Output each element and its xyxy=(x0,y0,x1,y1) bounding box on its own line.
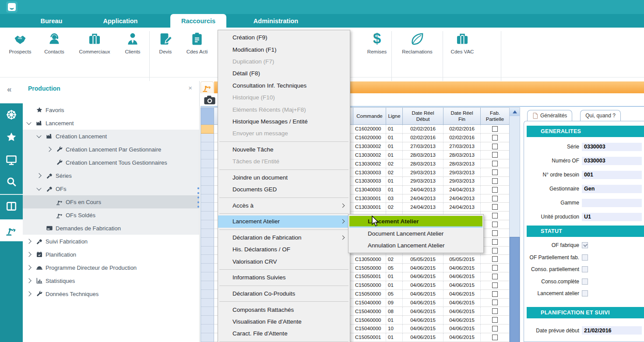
fab-partielle-checkbox[interactable] xyxy=(492,213,498,219)
tree-item-suivi-fabrication[interactable]: Suivi Fabrication xyxy=(23,235,199,248)
menu-item-lancement-atelier[interactable]: Lancement Atelier xyxy=(218,215,350,227)
splitter-handle[interactable] xyxy=(197,187,200,208)
rail-columns-icon[interactable] xyxy=(0,195,23,217)
menu-item-joindre-un-document[interactable]: Joindre un document xyxy=(218,172,350,183)
menu-item-documents-ged[interactable]: Documents GED xyxy=(218,183,350,195)
field-value[interactable]: 21/02/2016 xyxy=(582,326,642,335)
fab-partielle-checkbox[interactable] xyxy=(492,126,498,132)
ribbon-item-reclamations[interactable]: Reclamations xyxy=(395,31,439,54)
submenu-item-lancement-atelier[interactable]: Lancement Atelier xyxy=(349,216,482,228)
tree-item-statistiques[interactable]: Statistiques xyxy=(23,274,199,287)
app-logo-icon[interactable] xyxy=(6,1,18,13)
chevron-closed-icon[interactable] xyxy=(26,278,31,283)
fab-partielle-checkbox[interactable] xyxy=(492,282,498,288)
rail-robot-arm-icon[interactable] xyxy=(0,219,23,241)
detail-tab-g-n-ralit-s[interactable]: Généralités xyxy=(527,110,572,121)
fab-partielle-checkbox[interactable] xyxy=(492,169,498,175)
ribbon-item-commerciaux[interactable]: Commerciaux xyxy=(73,31,116,54)
column-header[interactable]: Date Réel Fin xyxy=(443,107,481,125)
rail-monitor-icon[interactable] xyxy=(0,149,23,171)
rail-ship-wheel-icon[interactable] xyxy=(0,104,23,126)
table-scrollbar[interactable] xyxy=(509,107,520,342)
tree-item-ofs-sold-s[interactable]: OFs Soldés xyxy=(23,208,199,222)
field-value[interactable]: U1 xyxy=(582,213,642,221)
fab-partielle-checkbox[interactable] xyxy=(492,152,498,158)
tree-item-demandes-de-fabrication[interactable]: Demandes de Fabrication xyxy=(23,222,199,235)
sidebar-close-icon[interactable]: × xyxy=(188,84,192,92)
chevron-closed-icon[interactable] xyxy=(26,291,31,296)
menu-item-historique-f10-[interactable]: Historique (F10) xyxy=(218,92,350,103)
fab-partielle-checkbox[interactable] xyxy=(492,135,498,141)
menu-item-cr-ation-f9-[interactable]: Création (F9) xyxy=(218,32,350,43)
main-tab-raccourcis[interactable]: Raccourcis xyxy=(170,14,226,28)
chevron-open-icon[interactable] xyxy=(36,133,41,138)
chevron-open-icon[interactable] xyxy=(26,120,31,125)
menu-item-composants-rattach-s[interactable]: Composants Rattachés xyxy=(218,303,350,315)
chevron-closed-icon[interactable] xyxy=(46,147,51,152)
tree-item-ofs-en-cours[interactable]: OFs en Cours xyxy=(23,195,199,208)
detail-tab-qui-quand-[interactable]: Qui, quand ? xyxy=(580,110,621,121)
scroll-up-icon[interactable] xyxy=(510,108,520,116)
field-value[interactable] xyxy=(582,199,642,207)
submenu-item-annulation-lancement-atelier[interactable]: Annulation Lancement Atelier xyxy=(349,240,482,251)
fab-partielle-checkbox[interactable] xyxy=(492,187,498,193)
column-header[interactable]: Commande xyxy=(353,107,386,125)
fab-partielle-checkbox[interactable] xyxy=(492,222,498,227)
main-tab-application[interactable]: Application xyxy=(90,14,151,28)
sidebar-collapse-button[interactable]: « xyxy=(7,85,12,94)
tree-item-s-ries[interactable]: Séries xyxy=(23,169,199,182)
fab-partielle-checkbox[interactable] xyxy=(492,274,498,279)
ribbon-item-cdes-vac[interactable]: Cdes VAC xyxy=(440,31,484,54)
fab-partielle-checkbox[interactable] xyxy=(492,291,498,297)
ribbon-item-cdes-acti[interactable]: Cdes Acti xyxy=(175,31,219,54)
menu-item-duplication-f7-[interactable]: Duplication (F7) xyxy=(218,56,350,67)
field-value[interactable]: 0330003 xyxy=(582,157,642,165)
status-checkbox[interactable] xyxy=(582,266,588,272)
menu-item-t-ches-de-l-entit-[interactable]: Tâches de l'Entité xyxy=(218,155,350,167)
fab-partielle-checkbox[interactable] xyxy=(492,326,498,331)
menu-item-envoyer-un-message[interactable]: Envoyer un message xyxy=(218,127,350,139)
menu-item-d-claration-co-produits[interactable]: Déclaration Co-Produits xyxy=(218,288,350,300)
menu-item-nouvelle-t-che[interactable]: Nouvelle Tâche xyxy=(218,144,350,155)
status-checkbox[interactable] xyxy=(582,254,588,261)
status-checkbox[interactable] xyxy=(582,290,588,296)
chevron-closed-icon[interactable] xyxy=(26,252,31,257)
field-value[interactable]: 0330003 xyxy=(582,143,642,151)
sidebar-splitter[interactable] xyxy=(199,81,200,342)
table-corner-cell[interactable] xyxy=(201,107,214,125)
ribbon-item-remises[interactable]: $Remises xyxy=(355,31,399,54)
submenu-item-document-lancement-atelier[interactable]: Document Lancement Atelier xyxy=(349,228,482,240)
column-header[interactable]: Fab. Partielle xyxy=(481,107,510,125)
menu-item-acc-s-[interactable]: Accès à xyxy=(218,200,350,212)
ribbon-item-contacts[interactable]: Contacts xyxy=(32,31,76,54)
fab-partielle-checkbox[interactable] xyxy=(492,230,498,236)
fab-partielle-checkbox[interactable] xyxy=(492,161,498,166)
menu-item-visualisation-file-d-attente[interactable]: Visualisation File d'Attente xyxy=(218,316,350,328)
status-checkbox[interactable] xyxy=(582,242,588,248)
menu-item-el-ments-r-cents-maj-f8-[interactable]: Eléments Récents (Maj+F8) xyxy=(218,103,350,115)
tree-item-cr-ation-lancement[interactable]: Création Lancement xyxy=(23,130,199,143)
field-value[interactable]: Gen xyxy=(582,185,642,193)
menu-item-valorisation-crv[interactable]: Valorisation CRV xyxy=(218,256,350,268)
chevron-closed-icon[interactable] xyxy=(26,265,31,270)
tree-item-cr-ation-lancement-tous-gestionnaires[interactable]: Création Lancement Tous Gestionnaires xyxy=(23,156,199,169)
chevron-closed-icon[interactable] xyxy=(26,239,31,243)
fab-partielle-checkbox[interactable] xyxy=(492,204,498,210)
fab-partielle-checkbox[interactable] xyxy=(492,248,498,254)
menu-item-consultation-inf-techniques[interactable]: Consultation Inf. Techniques xyxy=(218,80,350,92)
chevron-open-icon[interactable] xyxy=(36,186,41,190)
column-header[interactable]: Date Réel Début xyxy=(403,107,443,125)
tree-item-lancement[interactable]: Lancement xyxy=(23,116,199,130)
menu-item-modification-f1-[interactable]: Modification (F1) xyxy=(218,43,350,55)
menu-item-his-d-clarations-of[interactable]: His. Déclarations / OF xyxy=(218,243,350,255)
menu-item-informations-suivies[interactable]: Informations Suivies xyxy=(218,271,350,283)
fab-partielle-checkbox[interactable] xyxy=(492,239,498,245)
tree-item-planification[interactable]: Planification xyxy=(23,248,199,261)
fab-partielle-checkbox[interactable] xyxy=(492,317,498,323)
main-tab-administration[interactable]: Administration xyxy=(243,14,308,28)
menu-item-d-tail-f8-[interactable]: Détail (F8) xyxy=(218,67,350,79)
field-value[interactable]: 001 xyxy=(582,171,642,179)
fab-partielle-checkbox[interactable] xyxy=(492,335,498,340)
column-header[interactable]: Ligne xyxy=(386,107,403,125)
tree-item-ofs[interactable]: OFs xyxy=(23,182,199,195)
